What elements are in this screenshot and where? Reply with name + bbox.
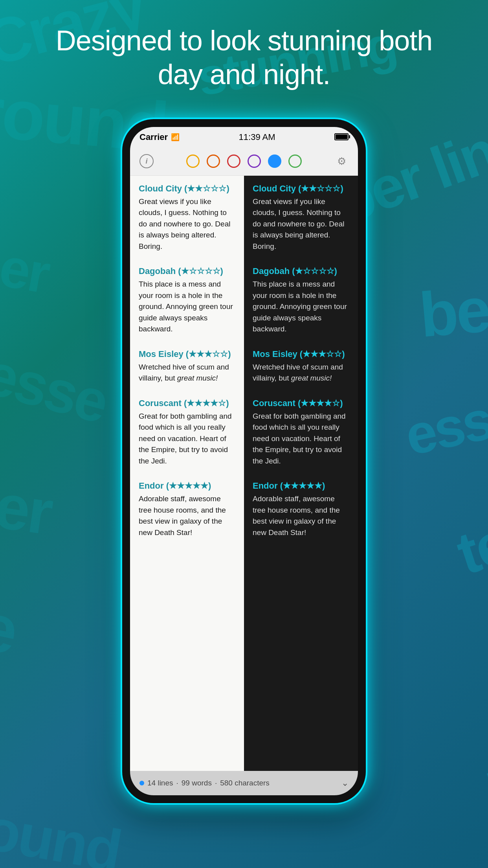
review-title-cloud-city: Cloud City (★★☆☆☆) [139, 184, 235, 194]
review-mos-eisley-dark: Mos Eisley (★★★☆☆) Wretched hive of scum… [253, 349, 349, 384]
review-text-dark-coruscant: Great for both gambling and food which i… [253, 411, 349, 467]
stars-endor: (★★★★★) [166, 481, 211, 491]
review-cloud-city-light: Cloud City (★★☆☆☆) Great views if you li… [139, 184, 235, 252]
review-title-dark-mos-eisley: Mos Eisley (★★★☆☆) [253, 349, 349, 359]
stars-coruscant: (★★★★☆) [184, 398, 229, 408]
review-coruscant-light: Coruscant (★★★★☆) Great for both gamblin… [139, 398, 235, 467]
stars-dark-mos-eisley: (★★★☆☆) [300, 349, 345, 359]
bottom-status-bar: 14 lines · 99 words · 580 characters ⌄ [130, 771, 358, 795]
theme-dot-yellow[interactable] [186, 154, 200, 168]
review-text-dark-dagobah: This place is a mess and your room is a … [253, 279, 349, 335]
review-endor-light: Endor (★★★★★) Adorable staff, awesome tr… [139, 481, 235, 538]
stars-cloud-city: (★★☆☆☆) [184, 184, 229, 193]
lines-count: 14 lines [147, 779, 173, 787]
theme-dot-orange[interactable] [207, 154, 220, 168]
theme-dot-red[interactable] [227, 154, 240, 168]
review-text-mos-eisley: Wretched hive of scum and villainy, but … [139, 362, 235, 384]
review-title-dark-endor: Endor (★★★★★) [253, 481, 349, 491]
review-title-endor: Endor (★★★★★) [139, 481, 235, 491]
review-italic-mos-eisley: great music! [177, 374, 218, 382]
review-text-endor: Adorable staff, awesome tree house rooms… [139, 493, 235, 538]
chars-count: 580 characters [220, 779, 270, 787]
phone-screen: Carrier 📶 11:39 AM i [130, 127, 358, 795]
stars-mos-eisley: (★★★☆☆) [186, 349, 231, 359]
document-stats: 14 lines · 99 words · 580 characters [139, 779, 270, 787]
status-left: Carrier 📶 [139, 132, 180, 142]
review-text-dark-cloud-city: Great views if you like clouds, I guess.… [253, 196, 349, 252]
review-title-dark-cloud-city: Cloud City (★★☆☆☆) [253, 184, 349, 194]
theme-dot-blue[interactable] [268, 154, 281, 168]
time-display: 11:39 AM [239, 132, 275, 142]
separator-2: · [215, 779, 217, 787]
chevron-up-icon[interactable]: ⌄ [341, 778, 349, 788]
review-dagobah-dark: Dagobah (★☆☆☆☆) This place is a mess and… [253, 266, 349, 335]
review-text-dagobah: This place is a mess and your room is a … [139, 279, 235, 335]
review-italic-dark-mos-eisley: great music! [291, 374, 332, 382]
content-split: Cloud City (★★☆☆☆) Great views if you li… [130, 176, 358, 771]
review-title-mos-eisley: Mos Eisley (★★★☆☆) [139, 349, 235, 359]
phone-mockup: Carrier 📶 11:39 AM i [0, 119, 488, 803]
stars-dagobah: (★☆☆☆☆) [178, 266, 223, 276]
review-title-dagobah: Dagobah (★☆☆☆☆) [139, 266, 235, 276]
theme-dot-purple[interactable] [248, 154, 261, 168]
review-text-dark-endor: Adorable staff, awesome tree house rooms… [253, 493, 349, 538]
status-bar: Carrier 📶 11:39 AM [130, 127, 358, 147]
stars-dark-cloud-city: (★★☆☆☆) [298, 184, 343, 193]
review-dagobah-light: Dagobah (★☆☆☆☆) This place is a mess and… [139, 266, 235, 335]
wifi-icon: 📶 [171, 133, 180, 142]
review-mos-eisley-light: Mos Eisley (★★★☆☆) Wretched hive of scum… [139, 349, 235, 384]
review-title-dark-dagobah: Dagobah (★☆☆☆☆) [253, 266, 349, 276]
review-title-coruscant: Coruscant (★★★★☆) [139, 398, 235, 408]
review-text-coruscant: Great for both gambling and food which i… [139, 411, 235, 467]
stars-dark-endor: (★★★★★) [280, 481, 325, 491]
carrier-label: Carrier [139, 132, 168, 142]
battery-indicator [334, 133, 349, 141]
settings-button[interactable]: ⚙ [334, 154, 349, 168]
review-text-dark-mos-eisley: Wretched hive of scum and villainy, but … [253, 362, 349, 384]
theme-dot-green[interactable] [288, 154, 302, 168]
theme-bar: i ⚙ [130, 147, 358, 176]
theme-dot-selector[interactable] [186, 154, 302, 168]
content-light-panel: Cloud City (★★☆☆☆) Great views if you li… [130, 176, 244, 771]
stats-dot-indicator [139, 781, 144, 785]
stars-dark-coruscant: (★★★★☆) [298, 398, 343, 408]
separator-1: · [176, 779, 178, 787]
stars-dark-dagobah: (★☆☆☆☆) [292, 266, 337, 276]
review-coruscant-dark: Coruscant (★★★★☆) Great for both gamblin… [253, 398, 349, 467]
review-endor-dark: Endor (★★★★★) Adorable staff, awesome tr… [253, 481, 349, 538]
review-text-cloud-city: Great views if you like clouds, I guess.… [139, 196, 235, 252]
phone-outer: Carrier 📶 11:39 AM i [122, 119, 366, 803]
review-title-dark-coruscant: Coruscant (★★★★☆) [253, 398, 349, 408]
content-dark-panel: Cloud City (★★☆☆☆) Great views if you li… [244, 176, 358, 771]
info-button[interactable]: i [139, 154, 154, 168]
words-count: 99 words [182, 779, 212, 787]
headline: Designed to look stunning both day and n… [0, 0, 488, 111]
review-cloud-city-dark: Cloud City (★★☆☆☆) Great views if you li… [253, 184, 349, 252]
